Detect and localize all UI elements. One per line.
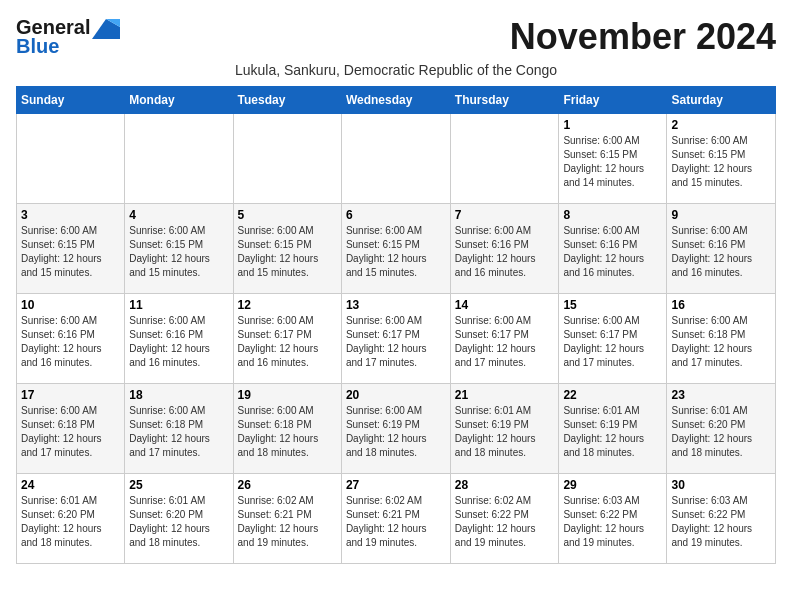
day-info: Sunrise: 6:00 AM Sunset: 6:15 PM Dayligh… [238, 224, 337, 280]
calendar-cell: 12Sunrise: 6:00 AM Sunset: 6:17 PM Dayli… [233, 294, 341, 384]
day-number: 17 [21, 388, 120, 402]
day-info: Sunrise: 6:00 AM Sunset: 6:15 PM Dayligh… [563, 134, 662, 190]
calendar-week-row: 17Sunrise: 6:00 AM Sunset: 6:18 PM Dayli… [17, 384, 776, 474]
day-number: 5 [238, 208, 337, 222]
day-header-tuesday: Tuesday [233, 87, 341, 114]
calendar-cell: 11Sunrise: 6:00 AM Sunset: 6:16 PM Dayli… [125, 294, 233, 384]
calendar-cell: 25Sunrise: 6:01 AM Sunset: 6:20 PM Dayli… [125, 474, 233, 564]
day-info: Sunrise: 6:01 AM Sunset: 6:19 PM Dayligh… [563, 404, 662, 460]
calendar-cell: 20Sunrise: 6:00 AM Sunset: 6:19 PM Dayli… [341, 384, 450, 474]
day-number: 18 [129, 388, 228, 402]
day-number: 16 [671, 298, 771, 312]
calendar-body: 1Sunrise: 6:00 AM Sunset: 6:15 PM Daylig… [17, 114, 776, 564]
day-info: Sunrise: 6:01 AM Sunset: 6:20 PM Dayligh… [129, 494, 228, 550]
day-info: Sunrise: 6:00 AM Sunset: 6:16 PM Dayligh… [563, 224, 662, 280]
calendar-header-row: SundayMondayTuesdayWednesdayThursdayFrid… [17, 87, 776, 114]
day-info: Sunrise: 6:00 AM Sunset: 6:17 PM Dayligh… [238, 314, 337, 370]
calendar-cell: 16Sunrise: 6:00 AM Sunset: 6:18 PM Dayli… [667, 294, 776, 384]
calendar-cell: 18Sunrise: 6:00 AM Sunset: 6:18 PM Dayli… [125, 384, 233, 474]
day-header-friday: Friday [559, 87, 667, 114]
calendar-cell [17, 114, 125, 204]
calendar-cell: 14Sunrise: 6:00 AM Sunset: 6:17 PM Dayli… [450, 294, 559, 384]
day-header-wednesday: Wednesday [341, 87, 450, 114]
calendar-cell: 19Sunrise: 6:00 AM Sunset: 6:18 PM Dayli… [233, 384, 341, 474]
day-info: Sunrise: 6:02 AM Sunset: 6:21 PM Dayligh… [346, 494, 446, 550]
calendar-week-row: 3Sunrise: 6:00 AM Sunset: 6:15 PM Daylig… [17, 204, 776, 294]
day-header-sunday: Sunday [17, 87, 125, 114]
calendar-cell [233, 114, 341, 204]
day-number: 26 [238, 478, 337, 492]
day-info: Sunrise: 6:00 AM Sunset: 6:17 PM Dayligh… [455, 314, 555, 370]
day-number: 19 [238, 388, 337, 402]
calendar-cell: 13Sunrise: 6:00 AM Sunset: 6:17 PM Dayli… [341, 294, 450, 384]
day-number: 7 [455, 208, 555, 222]
calendar-week-row: 24Sunrise: 6:01 AM Sunset: 6:20 PM Dayli… [17, 474, 776, 564]
day-number: 25 [129, 478, 228, 492]
day-number: 1 [563, 118, 662, 132]
day-number: 4 [129, 208, 228, 222]
day-info: Sunrise: 6:00 AM Sunset: 6:18 PM Dayligh… [238, 404, 337, 460]
day-number: 14 [455, 298, 555, 312]
day-info: Sunrise: 6:00 AM Sunset: 6:16 PM Dayligh… [21, 314, 120, 370]
day-number: 12 [238, 298, 337, 312]
day-info: Sunrise: 6:03 AM Sunset: 6:22 PM Dayligh… [671, 494, 771, 550]
day-number: 21 [455, 388, 555, 402]
calendar-cell: 8Sunrise: 6:00 AM Sunset: 6:16 PM Daylig… [559, 204, 667, 294]
day-number: 24 [21, 478, 120, 492]
day-info: Sunrise: 6:00 AM Sunset: 6:16 PM Dayligh… [129, 314, 228, 370]
day-number: 15 [563, 298, 662, 312]
logo-blue: Blue [16, 35, 59, 58]
day-header-monday: Monday [125, 87, 233, 114]
calendar-cell: 3Sunrise: 6:00 AM Sunset: 6:15 PM Daylig… [17, 204, 125, 294]
calendar-cell: 22Sunrise: 6:01 AM Sunset: 6:19 PM Dayli… [559, 384, 667, 474]
calendar-cell: 7Sunrise: 6:00 AM Sunset: 6:16 PM Daylig… [450, 204, 559, 294]
day-info: Sunrise: 6:01 AM Sunset: 6:19 PM Dayligh… [455, 404, 555, 460]
day-number: 11 [129, 298, 228, 312]
day-number: 29 [563, 478, 662, 492]
calendar-cell: 10Sunrise: 6:00 AM Sunset: 6:16 PM Dayli… [17, 294, 125, 384]
calendar-cell: 30Sunrise: 6:03 AM Sunset: 6:22 PM Dayli… [667, 474, 776, 564]
day-info: Sunrise: 6:02 AM Sunset: 6:22 PM Dayligh… [455, 494, 555, 550]
calendar-cell: 15Sunrise: 6:00 AM Sunset: 6:17 PM Dayli… [559, 294, 667, 384]
day-info: Sunrise: 6:01 AM Sunset: 6:20 PM Dayligh… [21, 494, 120, 550]
calendar-cell: 4Sunrise: 6:00 AM Sunset: 6:15 PM Daylig… [125, 204, 233, 294]
calendar-table: SundayMondayTuesdayWednesdayThursdayFrid… [16, 86, 776, 564]
day-info: Sunrise: 6:00 AM Sunset: 6:17 PM Dayligh… [563, 314, 662, 370]
calendar-cell [125, 114, 233, 204]
day-info: Sunrise: 6:00 AM Sunset: 6:18 PM Dayligh… [671, 314, 771, 370]
calendar-cell: 9Sunrise: 6:00 AM Sunset: 6:16 PM Daylig… [667, 204, 776, 294]
calendar-cell: 17Sunrise: 6:00 AM Sunset: 6:18 PM Dayli… [17, 384, 125, 474]
calendar-cell: 5Sunrise: 6:00 AM Sunset: 6:15 PM Daylig… [233, 204, 341, 294]
day-info: Sunrise: 6:00 AM Sunset: 6:15 PM Dayligh… [671, 134, 771, 190]
day-number: 13 [346, 298, 446, 312]
day-info: Sunrise: 6:00 AM Sunset: 6:15 PM Dayligh… [21, 224, 120, 280]
day-info: Sunrise: 6:03 AM Sunset: 6:22 PM Dayligh… [563, 494, 662, 550]
calendar-week-row: 1Sunrise: 6:00 AM Sunset: 6:15 PM Daylig… [17, 114, 776, 204]
day-number: 30 [671, 478, 771, 492]
day-number: 3 [21, 208, 120, 222]
day-number: 9 [671, 208, 771, 222]
day-number: 22 [563, 388, 662, 402]
day-info: Sunrise: 6:00 AM Sunset: 6:18 PM Dayligh… [129, 404, 228, 460]
logo: General Blue [16, 16, 120, 58]
calendar-cell: 26Sunrise: 6:02 AM Sunset: 6:21 PM Dayli… [233, 474, 341, 564]
day-info: Sunrise: 6:00 AM Sunset: 6:16 PM Dayligh… [671, 224, 771, 280]
day-info: Sunrise: 6:00 AM Sunset: 6:15 PM Dayligh… [129, 224, 228, 280]
calendar-cell: 1Sunrise: 6:00 AM Sunset: 6:15 PM Daylig… [559, 114, 667, 204]
day-info: Sunrise: 6:01 AM Sunset: 6:20 PM Dayligh… [671, 404, 771, 460]
day-info: Sunrise: 6:02 AM Sunset: 6:21 PM Dayligh… [238, 494, 337, 550]
month-title: November 2024 [510, 16, 776, 58]
calendar-cell: 24Sunrise: 6:01 AM Sunset: 6:20 PM Dayli… [17, 474, 125, 564]
calendar-week-row: 10Sunrise: 6:00 AM Sunset: 6:16 PM Dayli… [17, 294, 776, 384]
calendar-cell: 2Sunrise: 6:00 AM Sunset: 6:15 PM Daylig… [667, 114, 776, 204]
day-info: Sunrise: 6:00 AM Sunset: 6:17 PM Dayligh… [346, 314, 446, 370]
calendar-cell [341, 114, 450, 204]
day-number: 20 [346, 388, 446, 402]
calendar-cell: 27Sunrise: 6:02 AM Sunset: 6:21 PM Dayli… [341, 474, 450, 564]
calendar-cell: 23Sunrise: 6:01 AM Sunset: 6:20 PM Dayli… [667, 384, 776, 474]
day-number: 6 [346, 208, 446, 222]
calendar-cell [450, 114, 559, 204]
calendar-cell: 28Sunrise: 6:02 AM Sunset: 6:22 PM Dayli… [450, 474, 559, 564]
day-number: 2 [671, 118, 771, 132]
calendar-cell: 6Sunrise: 6:00 AM Sunset: 6:15 PM Daylig… [341, 204, 450, 294]
